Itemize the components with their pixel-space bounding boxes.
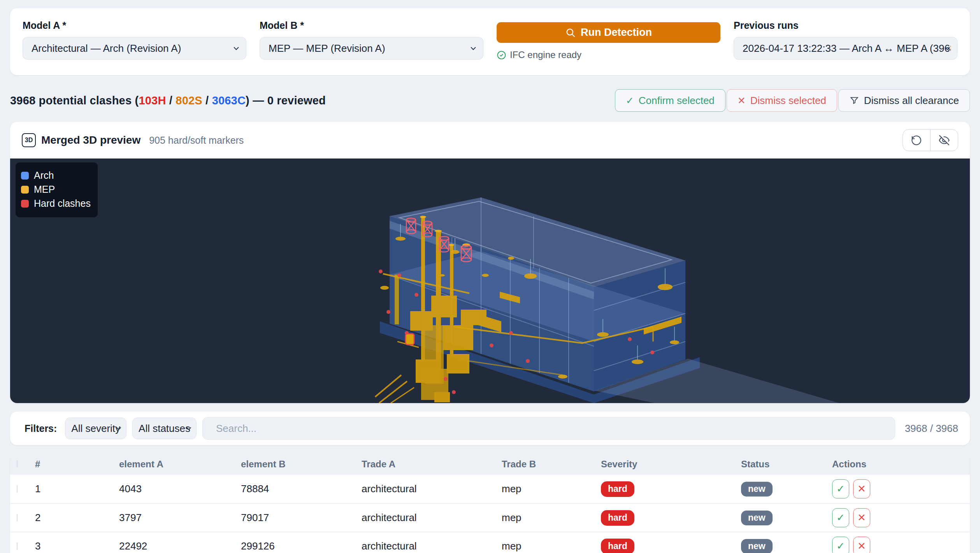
row-checkbox[interactable]	[17, 485, 18, 493]
summary-soft-count: 802S	[176, 94, 202, 107]
eye-off-icon	[938, 134, 950, 146]
model-b-field: Model B * MEP — MEP (Revision A)	[260, 20, 483, 60]
confirm-clash-button[interactable]: ✓	[832, 479, 849, 498]
model-b-select[interactable]: MEP — MEP (Revision A)	[260, 37, 483, 60]
legend-label: Arch	[34, 170, 54, 181]
run-detection-label: Run Detection	[581, 26, 652, 39]
select-all-checkbox[interactable]	[17, 460, 18, 468]
severity-badge: hard	[601, 539, 634, 553]
col-header-trade-b: Trade B	[502, 459, 601, 470]
engine-status: IFC engine ready	[497, 49, 720, 60]
cross-icon: ✕	[738, 95, 746, 106]
col-header-status: Status	[741, 459, 832, 470]
status-badge: new	[741, 539, 773, 553]
preview-card: 3D Merged 3D preview 905 hard/soft marke…	[10, 122, 970, 403]
dismiss-all-clearance-button[interactable]: Dismiss all clearance	[838, 89, 970, 112]
summary-suffix: ) — 0 reviewed	[246, 94, 326, 107]
confirm-clash-button[interactable]: ✓	[832, 537, 849, 553]
dismiss-all-label: Dismiss all clearance	[864, 95, 959, 107]
preview-header: 3D Merged 3D preview 905 hard/soft marke…	[10, 122, 970, 159]
viewport-3d[interactable]: Arch MEP Hard clashes	[10, 159, 970, 403]
check-icon: ✓	[626, 95, 634, 106]
row-actions: ✓ ✕	[832, 537, 970, 553]
col-header-element-b: element B	[241, 459, 362, 470]
severity-filter-select[interactable]: All severity	[65, 417, 126, 439]
preview-subtitle: 905 hard/soft markers	[149, 135, 244, 146]
col-header-actions: Actions	[832, 459, 970, 470]
severity-badge: hard	[601, 510, 634, 526]
model-a-select[interactable]: Architectural — Arch (Revision A)	[23, 37, 246, 60]
legend-item-arch: Arch	[21, 170, 91, 181]
element-b-cell: 79017	[241, 512, 362, 524]
chevron-down-icon	[231, 43, 241, 53]
funnel-icon	[849, 95, 859, 106]
reset-view-button[interactable]	[903, 129, 931, 151]
trade-b-cell: mep	[502, 512, 601, 524]
summary-sep: /	[202, 94, 212, 107]
search-icon	[565, 27, 576, 38]
summary-hard-count: 103H	[139, 94, 166, 107]
model-a-field: Model A * Architectural — Arch (Revision…	[23, 20, 246, 60]
previous-runs-field: Previous runs 2026-04-17 13:22:33 — Arch…	[734, 20, 957, 60]
filters-card: Filters: All severity All statuses 3968 …	[10, 412, 970, 445]
row-actions: ✓ ✕	[832, 508, 970, 527]
row-checkbox[interactable]	[17, 542, 18, 550]
dismiss-clash-button[interactable]: ✕	[853, 508, 870, 527]
dismiss-clash-button[interactable]: ✕	[853, 479, 870, 498]
summary-prefix: 3968 potential clashes (	[10, 94, 139, 107]
element-a-cell: 22492	[119, 540, 241, 552]
table-row: 2 3797 79017 architectural mep hard new …	[10, 503, 970, 532]
model-a-value: Architectural — Arch (Revision A)	[32, 42, 181, 55]
status-badge: new	[741, 511, 773, 525]
previous-runs-label: Previous runs	[734, 20, 957, 31]
row-num: 3	[35, 540, 119, 552]
merged-model-canvas[interactable]	[10, 159, 970, 403]
run-detection-button[interactable]: Run Detection	[497, 22, 720, 43]
summary-clearance-count: 3063C	[212, 94, 246, 107]
col-header-element-a: element A	[119, 459, 241, 470]
severity-filter-value: All severity	[71, 423, 120, 435]
toggle-visibility-button[interactable]	[930, 129, 958, 151]
status-filter-value: All statuses	[139, 423, 190, 435]
table-body: 1 4043 78884 architectural mep hard new …	[10, 475, 970, 553]
run-detection-block: Run Detection IFC engine ready	[497, 20, 720, 60]
trade-b-cell: mep	[502, 540, 601, 552]
confirm-selected-label: Confirm selected	[639, 95, 715, 107]
chevron-down-icon	[184, 424, 193, 433]
clash-table-card: # element A element B Trade A Trade B Se…	[10, 454, 970, 553]
confirm-clash-button[interactable]: ✓	[832, 508, 849, 527]
summary-row: 3968 potential clashes (103H / 802S / 30…	[10, 89, 970, 112]
preview-title: Merged 3D preview	[41, 134, 141, 146]
status-filter-select[interactable]: All statuses	[132, 417, 197, 439]
chevron-down-icon	[942, 43, 952, 53]
row-num: 1	[35, 483, 119, 495]
trade-a-cell: architectural	[362, 540, 502, 552]
mep-swatch	[21, 186, 29, 194]
row-num: 2	[35, 512, 119, 524]
legend-label: Hard clashes	[34, 198, 91, 209]
table-row: 3 22492 299126 architectural mep hard ne…	[10, 532, 970, 553]
clash-summary: 3968 potential clashes (103H / 802S / 30…	[10, 94, 326, 107]
model-b-label: Model B *	[260, 20, 483, 31]
col-header-severity: Severity	[601, 459, 741, 470]
table-header-row: # element A element B Trade A Trade B Se…	[10, 454, 970, 475]
model-a-label: Model A *	[23, 20, 246, 31]
model-config-card: Model A * Architectural — Arch (Revision…	[10, 8, 970, 75]
bulk-actions: ✓ Confirm selected ✕ Dismiss selected Di…	[615, 89, 970, 112]
summary-sep: /	[166, 94, 176, 107]
trade-b-cell: mep	[502, 483, 601, 495]
row-checkbox[interactable]	[17, 514, 18, 521]
chevron-down-icon	[468, 43, 478, 53]
confirm-selected-button[interactable]: ✓ Confirm selected	[615, 89, 725, 112]
dismiss-selected-button[interactable]: ✕ Dismiss selected	[727, 89, 837, 112]
trade-a-cell: architectural	[362, 512, 502, 524]
previous-runs-value: 2026-04-17 13:22:33 — Arch A ↔ MEP A (39…	[743, 42, 951, 55]
legend-label: MEP	[34, 184, 55, 195]
dismiss-clash-button[interactable]: ✕	[853, 537, 870, 553]
element-a-cell: 4043	[119, 483, 241, 495]
previous-runs-select[interactable]: 2026-04-17 13:22:33 — Arch A ↔ MEP A (39…	[734, 37, 957, 60]
legend-item-mep: MEP	[21, 184, 91, 195]
col-header-trade-a: Trade A	[362, 459, 502, 470]
search-input[interactable]	[202, 417, 895, 440]
filters-label: Filters:	[25, 423, 57, 434]
